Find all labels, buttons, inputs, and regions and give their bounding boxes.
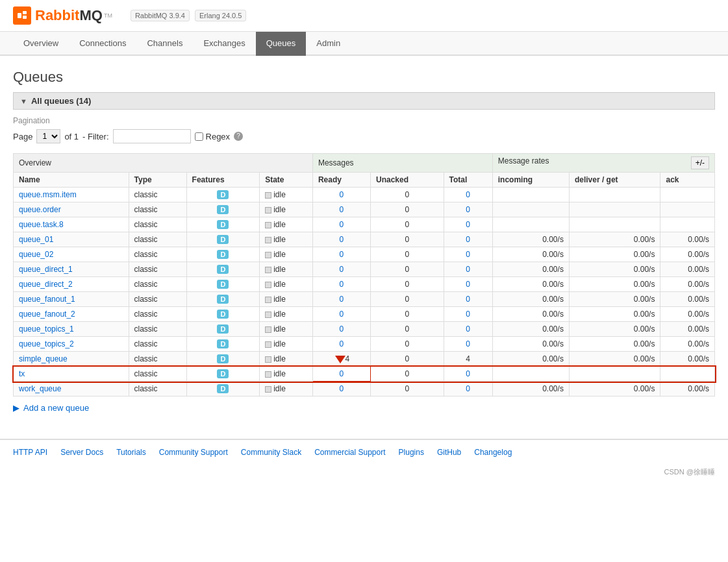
- queue-ack: [660, 188, 715, 202]
- table-row: queue.orderclassicDidle000: [14, 202, 715, 217]
- queue-ack: 0.00/s: [660, 262, 715, 277]
- footer-link[interactable]: GitHub: [437, 448, 461, 457]
- pagination-controls: Page 1 of 1 - Filter: Regex ?: [13, 129, 715, 143]
- table-row: queue_fanout_1classicDidle0000.00/s0.00/…: [14, 292, 715, 307]
- queue-type: classic: [129, 352, 186, 367]
- table-row: queue.msm.itemclassicDidle000: [14, 188, 715, 202]
- nav-overview[interactable]: Overview: [13, 32, 69, 56]
- main-nav: Overview Connections Channels Exchanges …: [0, 32, 728, 56]
- queue-ready: 0: [312, 337, 370, 352]
- queue-total: 0: [444, 382, 492, 397]
- queue-type: classic: [129, 232, 186, 247]
- queue-incoming: 0.00/s: [492, 352, 569, 367]
- footer-link[interactable]: Changelog: [474, 448, 512, 457]
- state-icon: [265, 297, 271, 303]
- footer-link[interactable]: Plugins: [399, 448, 424, 457]
- queue-ready: 0: [312, 382, 370, 397]
- queue-unacked: 0: [370, 292, 444, 307]
- queue-ack: 0.00/s: [660, 337, 715, 352]
- queue-features: D: [186, 247, 260, 262]
- queue-features: D: [186, 202, 260, 217]
- regex-checkbox[interactable]: [195, 132, 203, 141]
- queue-type: classic: [129, 382, 186, 397]
- queue-ready: 0: [312, 188, 370, 202]
- queue-type: classic: [129, 217, 186, 232]
- table-row: queue_direct_1classicDidle0000.00/s0.00/…: [14, 262, 715, 277]
- group-messages: Messages: [312, 154, 492, 173]
- queue-features: D: [186, 292, 260, 307]
- queue-features: D: [186, 352, 260, 367]
- footer-link[interactable]: Community Support: [159, 448, 228, 457]
- footer-link[interactable]: Community Slack: [241, 448, 301, 457]
- table-row: queue_01classicDidle0000.00/s0.00/s0.00/…: [14, 232, 715, 247]
- footer-link[interactable]: HTTP API: [13, 448, 47, 457]
- queue-incoming: 0.00/s: [492, 382, 569, 397]
- page-select[interactable]: 1: [36, 129, 60, 143]
- queue-state: idle: [260, 202, 313, 217]
- toggle-icon[interactable]: ▼: [20, 97, 27, 105]
- queue-name: simple_queue: [14, 352, 129, 367]
- footer-link[interactable]: Tutorials: [116, 448, 146, 457]
- state-icon: [265, 312, 271, 318]
- queue-total: 0: [444, 307, 492, 322]
- queue-state: idle: [260, 247, 313, 262]
- queue-incoming: [492, 217, 569, 232]
- queue-name: queue_fanout_2: [14, 307, 129, 322]
- queue-ack: 0.00/s: [660, 352, 715, 367]
- queue-deliver-get: 0.00/s: [569, 247, 660, 262]
- queue-ack: 0.00/s: [660, 292, 715, 307]
- queue-total: 0: [444, 277, 492, 292]
- state-icon: [265, 192, 271, 199]
- footer-link[interactable]: Server Docs: [60, 448, 103, 457]
- queue-type: classic: [129, 247, 186, 262]
- queue-total: 0: [444, 202, 492, 217]
- queue-incoming: 0.00/s: [492, 277, 569, 292]
- group-rates: Message rates+/-: [492, 154, 714, 173]
- of-label: of 1: [64, 132, 79, 141]
- queue-ready: 0: [312, 232, 370, 247]
- nav-channels[interactable]: Channels: [136, 32, 193, 56]
- nav-queues[interactable]: Queues: [256, 32, 307, 56]
- filter-input[interactable]: [113, 129, 191, 143]
- queue-type: classic: [129, 292, 186, 307]
- queue-name: queue.msm.item: [14, 188, 129, 202]
- nav-connections[interactable]: Connections: [69, 32, 136, 56]
- queue-unacked: 0: [370, 322, 444, 337]
- queue-type: classic: [129, 262, 186, 277]
- section-title: All queues (14): [31, 96, 91, 106]
- queue-name: work_queue: [14, 382, 129, 397]
- queue-unacked: 0: [370, 188, 444, 202]
- queue-unacked: 0: [370, 382, 444, 397]
- queue-incoming: 0.00/s: [492, 262, 569, 277]
- queue-total: 0: [444, 217, 492, 232]
- plus-minus-button[interactable]: +/-: [691, 156, 709, 169]
- table-row: queue_direct_2classicDidle0000.00/s0.00/…: [14, 277, 715, 292]
- queue-name: queue_02: [14, 247, 129, 262]
- table-row: txclassicDidle000: [14, 367, 715, 382]
- queue-features: D: [186, 262, 260, 277]
- logo-icon: [13, 6, 31, 25]
- queue-ack: [660, 367, 715, 382]
- nav-admin[interactable]: Admin: [306, 32, 351, 56]
- nav-exchanges[interactable]: Exchanges: [193, 32, 255, 56]
- queue-total: 0: [444, 367, 492, 382]
- queue-name: queue_01: [14, 232, 129, 247]
- page-label: Page: [13, 132, 32, 141]
- col-state: State: [260, 173, 313, 188]
- queue-total: 0: [444, 247, 492, 262]
- queue-incoming: 0.00/s: [492, 247, 569, 262]
- queue-deliver-get: 0.00/s: [569, 292, 660, 307]
- queue-ready: 0: [312, 262, 370, 277]
- help-icon[interactable]: ?: [234, 132, 243, 141]
- footer-link[interactable]: Commercial Support: [314, 448, 385, 457]
- add-queue-toggle[interactable]: ▶ Add a new queue: [13, 403, 715, 413]
- pagination-section: Pagination Page 1 of 1 - Filter: Regex ?: [13, 116, 715, 143]
- page-title: Queues: [13, 69, 715, 86]
- queue-unacked: 0: [370, 247, 444, 262]
- erlang-version: Erlang 24.0.5: [195, 10, 246, 21]
- queue-incoming: 0.00/s: [492, 337, 569, 352]
- queue-state: idle: [260, 292, 313, 307]
- queue-unacked: 0: [370, 262, 444, 277]
- queue-state: idle: [260, 307, 313, 322]
- queue-state: idle: [260, 352, 313, 367]
